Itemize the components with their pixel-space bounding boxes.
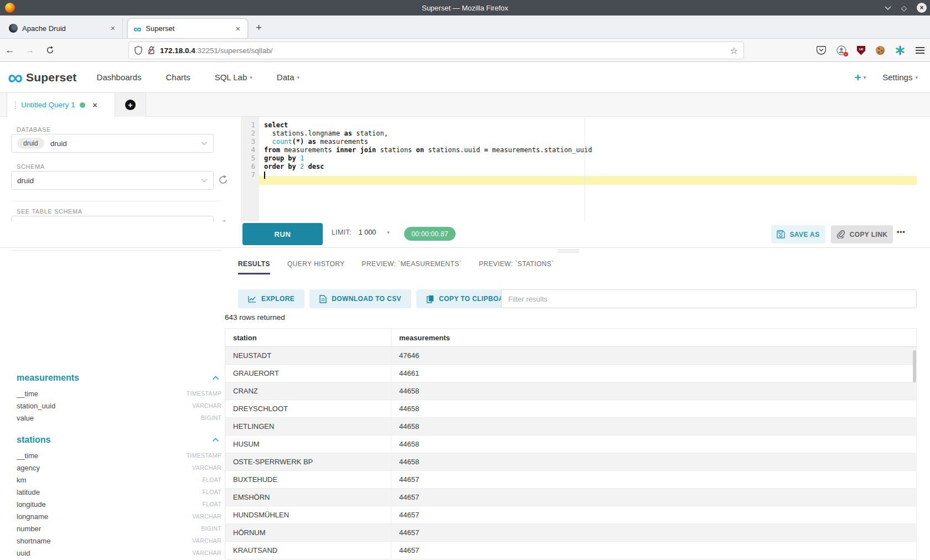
chevron-up-icon[interactable] [212,438,219,442]
browser-urlbar: ← → 172.18.0.4:32251/superset/sqllab/ ☆ [0,39,930,62]
line-number: 1 [241,121,259,129]
new-browser-tab-button[interactable]: + [256,22,262,34]
refresh-schema-icon[interactable] [218,175,229,186]
tracking-shield-icon[interactable] [135,46,142,55]
column-type: VARCHAR [192,464,221,471]
column-name: longitude [17,500,46,509]
column-name: number [17,525,41,533]
cell-station: GRAUERORT [225,365,391,382]
more-options-icon[interactable]: ••• [897,228,906,236]
line-number: 2 [241,129,259,138]
results-tab-bar: RESULTS QUERY HISTORY PREVIEW: `MEASUREM… [238,260,554,274]
column-row: __timeTIMESTAMP [0,449,232,462]
divider [11,250,221,251]
schema-select[interactable]: druid [11,171,214,190]
cell-measurements: 44661 [391,365,917,382]
new-item-plus-button[interactable]: +▾ [854,71,866,84]
url-input[interactable]: 172.18.0.4:32251/superset/sqllab/ ☆ [128,42,744,59]
code-line: order by 2 desc [264,163,917,171]
back-icon[interactable]: ← [0,45,20,56]
cell-measurements: 44658 [391,435,917,453]
results-scrollbar-thumb[interactable] [913,350,916,382]
cell-measurements: 44657 [391,471,917,489]
pocket-icon[interactable] [817,46,826,55]
editor-code[interactable]: select stations.longname as station, cou… [259,117,917,221]
ublock-origin-icon[interactable]: U0 [857,46,865,55]
tab-close-icon[interactable]: × [109,24,117,33]
nav-item-dashboards[interactable]: Dashboards [97,72,142,82]
browser-action-icons: × U0 [817,39,924,62]
cookie-extension-icon[interactable] [876,46,885,55]
sql-editor[interactable]: 1234567 select stations.longname as stat… [241,117,917,221]
column-row: __timeTIMESTAMP [0,387,232,400]
add-query-tab-segment[interactable]: + [115,93,146,117]
table-name: stations [17,435,50,445]
explore-button[interactable]: EXPLORE [238,289,304,308]
drag-grip-icon[interactable] [15,101,16,109]
tab-close-icon[interactable]: × [234,24,242,33]
settings-menu[interactable]: Settings▾ [882,72,918,82]
tab-preview-stations[interactable]: PREVIEW: `STATIONS` [479,260,554,274]
account-extension-icon[interactable]: × [836,45,846,55]
chevron-up-icon[interactable] [212,376,219,380]
cell-measurements: 44658 [391,418,917,435]
window-title: Superset — Mozilla Firefox [0,4,930,12]
menu-hamburger-icon[interactable] [916,47,924,54]
panel-resize-handle[interactable] [558,250,579,252]
database-value: druid [50,139,67,148]
filter-results-input[interactable] [501,289,917,308]
divider [11,201,221,201]
chart-icon [248,295,256,303]
column-row: longnameVARCHAR [0,510,232,522]
query-timer-badge: 00:00:00.87 [404,227,456,241]
tab-query-history[interactable]: QUERY HISTORY [287,260,345,274]
browser-tab-superset[interactable]: ∞ Superset × [127,18,248,38]
browser-tab-label: Superset [146,24,234,33]
link-icon [836,230,845,238]
limit-value: 1 000 [359,229,376,236]
database-select[interactable]: druid druid [11,134,214,153]
schema-table-stations[interactable]: stations [0,431,232,449]
bookmark-star-icon[interactable]: ☆ [730,45,738,56]
nav-item-data[interactable]: Data▾ [277,72,299,82]
reload-icon[interactable] [40,46,60,54]
query-tab-close-icon[interactable]: × [93,101,97,110]
caret-down-icon: ▾ [387,230,390,235]
browser-tab-label: Apache Druid [22,24,109,33]
column-name: latitude [17,488,40,496]
copy-link-button[interactable]: COPY LINK [831,225,893,243]
download-csv-button[interactable]: DOWNLOAD TO CSV [309,289,411,308]
save-as-button[interactable]: SAVE AS [771,225,825,243]
window-minimize-icon[interactable] [885,6,891,10]
chevron-down-icon [201,178,208,183]
column-row: kmFLOAT [0,474,232,486]
url-text: 172.18.0.4:32251/superset/sqllab/ [160,46,272,55]
window-maximize-icon[interactable]: ◇ [901,4,907,12]
column-row: station_uuidVARCHAR [0,400,232,412]
insecure-lock-icon[interactable] [147,46,156,55]
sqllab-sidebar: DATABASE druid druid SCHEMA druid SEE TA… [0,117,232,560]
tab-preview-measurements[interactable]: PREVIEW: `MEASUREMENTS` [362,260,462,274]
tab-results[interactable]: RESULTS [238,260,270,274]
column-type: VARCHAR [192,537,221,544]
extension-asterisk-icon[interactable] [895,45,905,55]
superset-logo[interactable]: ∞ Superset [8,69,77,86]
clipboard-icon [426,295,434,303]
limit-dropdown[interactable]: LIMIT: 1 000 ▾ [332,229,390,236]
column-header-measurements[interactable]: measurements [391,329,917,347]
schema-table-measurements[interactable]: measurements [0,369,232,387]
query-tab-label: Untitled Query 1 [21,101,75,109]
nav-item-sql-lab[interactable]: SQL Lab▾ [215,72,252,82]
column-name: agency [17,464,40,472]
add-query-tab-icon[interactable]: + [125,100,136,110]
window-close-icon[interactable]: × [917,3,927,13]
browser-tab-apache-druid[interactable]: Apache Druid × [3,18,123,38]
nav-item-charts[interactable]: Charts [166,72,190,82]
column-name: shortname [17,537,50,545]
run-button[interactable]: RUN [242,223,323,245]
line-number: 6 [241,163,259,171]
caret-down-icon: ▾ [250,75,252,80]
code-line [264,171,917,179]
query-tab-untitled-query-1[interactable]: Untitled Query 1 × [7,93,115,117]
column-header-station[interactable]: station [225,329,391,347]
